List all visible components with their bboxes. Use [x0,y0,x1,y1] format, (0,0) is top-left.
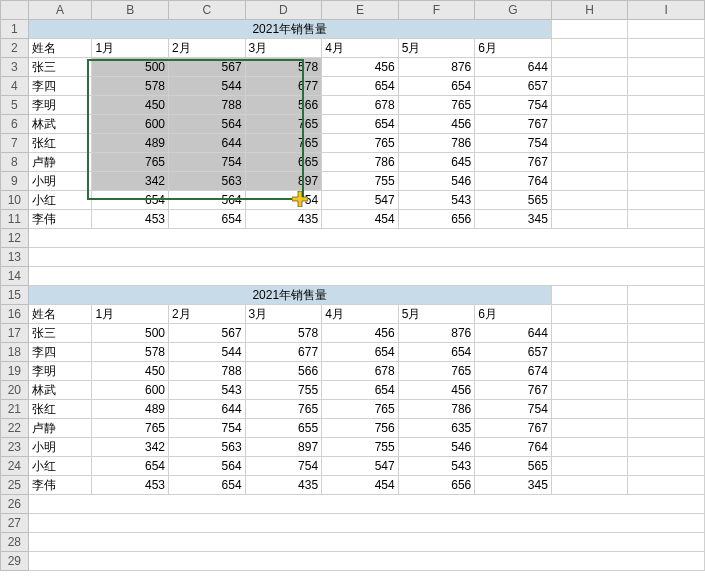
cell[interactable] [628,58,705,77]
header-month[interactable]: 6月 [475,305,552,324]
data-cell[interactable]: 600 [92,381,169,400]
row-header[interactable]: 14 [1,267,29,286]
data-cell[interactable]: 342 [92,438,169,457]
data-cell[interactable]: 345 [475,210,552,229]
row-header[interactable]: 11 [1,210,29,229]
name-cell[interactable]: 张三 [28,324,92,343]
cell[interactable] [551,153,628,172]
data-cell[interactable]: 657 [475,77,552,96]
cell[interactable] [628,115,705,134]
data-cell[interactable]: 665 [245,153,322,172]
cell[interactable] [551,343,628,362]
data-cell[interactable]: 654 [92,191,169,210]
data-cell[interactable]: 546 [398,172,475,191]
data-cell[interactable]: 644 [169,400,246,419]
data-cell[interactable]: 578 [92,77,169,96]
data-cell[interactable]: 500 [92,324,169,343]
row-header[interactable]: 26 [1,495,29,514]
data-cell[interactable]: 654 [169,476,246,495]
data-cell[interactable]: 765 [398,362,475,381]
data-cell[interactable]: 454 [322,476,399,495]
cell[interactable] [628,438,705,457]
cell[interactable] [28,514,704,533]
data-cell[interactable]: 567 [169,58,246,77]
header-month[interactable]: 2月 [169,305,246,324]
name-cell[interactable]: 张红 [28,400,92,419]
row-header[interactable]: 20 [1,381,29,400]
data-cell[interactable]: 655 [245,419,322,438]
cell[interactable] [628,324,705,343]
data-cell[interactable]: 563 [169,438,246,457]
data-cell[interactable]: 754 [475,134,552,153]
data-cell[interactable]: 645 [398,153,475,172]
name-cell[interactable]: 李伟 [28,476,92,495]
data-cell[interactable]: 547 [322,191,399,210]
data-cell[interactable]: 489 [92,400,169,419]
cell[interactable] [551,115,628,134]
name-cell[interactable]: 张红 [28,134,92,153]
data-cell[interactable]: 754 [475,400,552,419]
data-cell[interactable]: 654 [398,343,475,362]
data-cell[interactable]: 453 [92,210,169,229]
cell[interactable] [551,191,628,210]
data-cell[interactable]: 767 [475,381,552,400]
col-header[interactable]: F [398,1,475,20]
data-cell[interactable]: 566 [245,96,322,115]
cell[interactable] [628,191,705,210]
data-cell[interactable]: 654 [322,77,399,96]
cell[interactable] [628,476,705,495]
cell[interactable] [551,400,628,419]
name-cell[interactable]: 林武 [28,115,92,134]
data-cell[interactable]: 565 [475,191,552,210]
data-cell[interactable]: 755 [322,172,399,191]
data-cell[interactable]: 644 [475,58,552,77]
data-cell[interactable]: 564 [169,457,246,476]
col-header[interactable]: A [28,1,92,20]
data-cell[interactable]: 755 [245,381,322,400]
col-header[interactable]: I [628,1,705,20]
data-cell[interactable]: 767 [475,153,552,172]
data-cell[interactable]: 765 [322,400,399,419]
data-cell[interactable]: 656 [398,476,475,495]
data-cell[interactable]: 600 [92,115,169,134]
cell[interactable] [551,438,628,457]
data-cell[interactable]: 450 [92,96,169,115]
row-header[interactable]: 9 [1,172,29,191]
data-cell[interactable]: 544 [169,77,246,96]
data-cell[interactable]: 754 [245,191,322,210]
row-header[interactable]: 6 [1,115,29,134]
data-cell[interactable]: 489 [92,134,169,153]
header-name[interactable]: 姓名 [28,305,92,324]
cell[interactable] [628,400,705,419]
data-cell[interactable]: 345 [475,476,552,495]
row-header[interactable]: 7 [1,134,29,153]
data-cell[interactable]: 654 [92,457,169,476]
data-cell[interactable]: 767 [475,419,552,438]
cell[interactable] [28,533,704,552]
data-cell[interactable]: 876 [398,324,475,343]
data-cell[interactable]: 456 [398,381,475,400]
cell[interactable] [551,286,628,305]
cell[interactable] [551,476,628,495]
col-header[interactable]: D [245,1,322,20]
data-cell[interactable]: 543 [169,381,246,400]
data-cell[interactable]: 456 [398,115,475,134]
data-cell[interactable]: 754 [169,419,246,438]
cell[interactable] [551,381,628,400]
data-cell[interactable]: 786 [398,134,475,153]
data-cell[interactable]: 566 [245,362,322,381]
cell[interactable] [551,58,628,77]
name-cell[interactable]: 小明 [28,172,92,191]
data-cell[interactable]: 754 [169,153,246,172]
data-cell[interactable]: 876 [398,58,475,77]
data-cell[interactable]: 765 [245,134,322,153]
header-month[interactable]: 2月 [169,39,246,58]
table1-title[interactable]: 2021年销售量 [28,20,551,39]
row-header[interactable]: 18 [1,343,29,362]
header-month[interactable]: 4月 [322,305,399,324]
name-cell[interactable]: 李伟 [28,210,92,229]
row-header[interactable]: 29 [1,552,29,571]
data-cell[interactable]: 654 [322,381,399,400]
data-cell[interactable]: 678 [322,96,399,115]
data-cell[interactable]: 764 [475,172,552,191]
